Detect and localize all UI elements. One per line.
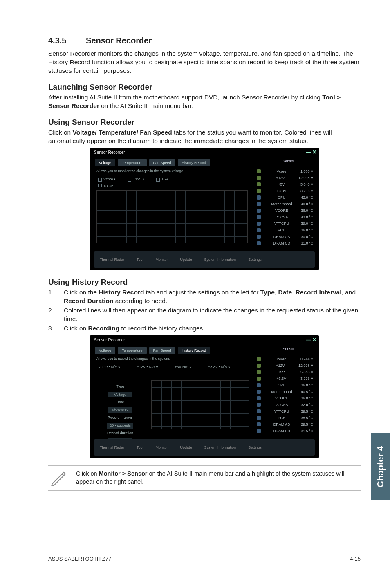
bottom-item[interactable]: Thermal Radar [100, 258, 124, 262]
sensor-icon [257, 370, 261, 374]
type-label: Type [96, 384, 145, 388]
field-3v3: +3.3V • N/A V [208, 365, 231, 369]
sensor-row: VTTCPU39.0 °C [254, 220, 316, 227]
using-text-pre: Click on [48, 129, 72, 136]
using-bold: Voltage/ Temperature/ Fan Speed [72, 129, 172, 136]
sensor-panel-header: Sensor [282, 347, 294, 351]
using-paragraph: Click on Voltage/ Temperature/ Fan Speed… [48, 128, 361, 146]
sensor-icon [257, 422, 261, 426]
app-title: Sensor Recorder [94, 150, 125, 155]
sensor-icon [257, 396, 261, 400]
launch-text-pre: After installing AI Suite II from the mo… [48, 94, 322, 101]
sensor-row: CPU36.0 °C [254, 382, 316, 388]
sensor-row: DRAM AB29.5 °C [254, 421, 316, 428]
tab-bar: Voltage Temperature Fan Speed History Re… [95, 347, 210, 354]
step-2: 2. Colored lines will then appear on the… [48, 306, 361, 323]
checkbox-icon[interactable] [98, 184, 102, 187]
note-box: Click on Monitor > Sensor on the AI Suit… [48, 465, 361, 491]
sensor-icon [257, 403, 261, 407]
footer-page-number: 4-15 [350, 556, 361, 562]
tab-description: Allows you to monitor the changes in the… [96, 169, 184, 173]
checkbox-icon[interactable] [98, 178, 102, 182]
sensor-icon [257, 390, 261, 394]
tab-history-record[interactable]: History Record [178, 159, 211, 166]
tab-history-record[interactable]: History Record [178, 347, 211, 354]
date-input[interactable]: 6/21/2012 [108, 407, 132, 413]
app-title: Sensor Recorder [94, 338, 125, 342]
tab-voltage[interactable]: Voltage [95, 159, 115, 166]
step-1: 1. Click on the History Record tab and a… [48, 288, 361, 305]
close-icon[interactable]: — ✕ [306, 337, 316, 343]
bottom-item[interactable]: System Information [204, 445, 236, 449]
sensor-row: PCH36.0 °C [254, 227, 316, 233]
bottom-item[interactable]: Tool [137, 258, 143, 262]
check-3v3[interactable]: +3.3V [103, 184, 113, 188]
sensor-row: DRAM CD31.5 °C [254, 428, 316, 434]
page-footer: ASUS SABERTOOTH Z77 4-15 [48, 556, 361, 562]
sensor-row: PCH38.5 °C [254, 415, 316, 421]
sensor-row: +12V12.098 V [254, 362, 316, 369]
sensor-row: +3.3V3.296 V [254, 188, 316, 194]
tab-fan-speed[interactable]: Fan Speed [149, 347, 175, 354]
bottom-item[interactable]: Update [180, 258, 192, 262]
sensor-row: VTTCPU39.5 °C [254, 408, 316, 415]
note-pencil-icon [50, 470, 68, 486]
sensor-panel-header: Sensor [282, 159, 294, 163]
sensor-row: VCORE36.0 °C [254, 207, 316, 214]
note-text: Click on Monitor > Sensor on the AI Suit… [76, 470, 359, 486]
bottom-bar: Thermal Radar Tool Monitor Update System… [94, 251, 315, 268]
bottom-item[interactable]: Settings [248, 258, 262, 262]
bottom-item[interactable]: Thermal Radar [100, 445, 124, 449]
tab-bar: Voltage Temperature Fan Speed History Re… [95, 159, 210, 166]
tab-temperature[interactable]: Temperature [118, 347, 147, 354]
sensor-icon [257, 357, 261, 361]
sensor-row: +12V12.098 V [254, 175, 316, 181]
history-heading: Using History Record [48, 278, 361, 287]
voltage-checkboxes: Vcore • +12V • +5V [98, 177, 168, 181]
bottom-item[interactable]: Settings [248, 445, 262, 449]
tab-description: Allows you to record the changes in the … [96, 357, 170, 361]
sensor-row: Motherboard40.5 °C [254, 388, 316, 395]
sensor-row: Vcore0.744 V [254, 356, 316, 362]
sensor-row: VCORE36.0 °C [254, 395, 316, 402]
sensor-icon [257, 169, 261, 173]
checkbox-icon[interactable] [128, 178, 131, 182]
check-12v[interactable]: +12V • [133, 177, 144, 181]
sensor-icon [257, 209, 261, 213]
tab-fan-speed[interactable]: Fan Speed [149, 159, 175, 166]
bottom-item[interactable]: System Information [204, 258, 236, 262]
sensor-icon [257, 429, 261, 433]
interval-label: Record Interval [96, 415, 145, 420]
check-5v[interactable]: +5V [161, 177, 168, 181]
tab-voltage[interactable]: Voltage [95, 347, 115, 354]
footer-product: ASUS SABERTOOTH Z77 [48, 556, 111, 562]
sensor-icon [257, 195, 261, 200]
duration-label: Record duration [96, 431, 145, 435]
bottom-item[interactable]: Tool [137, 445, 143, 449]
tab-temperature[interactable]: Temperature [118, 159, 147, 166]
sensor-icon [257, 416, 261, 420]
screenshot-sensor-recorder-history: Sensor Recorder — ✕ Voltage Temperature … [90, 335, 319, 458]
sensor-row: +5V5.040 V [254, 181, 316, 188]
sensor-icon [257, 189, 261, 193]
sensor-row: Motherboard40.0 °C [254, 201, 316, 207]
bottom-item[interactable]: Monitor [156, 258, 168, 262]
bottom-item[interactable]: Update [180, 445, 192, 449]
history-steps: 1. Click on the History Record tab and a… [48, 288, 361, 333]
close-icon[interactable]: — ✕ [306, 149, 316, 155]
sensor-sidebar: Vcore0.744 V +12V12.098 V +5V5.040 V +3.… [254, 356, 316, 434]
sensor-icon [257, 241, 261, 245]
type-select[interactable]: Voltage [108, 392, 132, 397]
section-number: 4.3.5 [48, 36, 86, 45]
launch-text-post: on the AI Suite II main menu bar. [99, 102, 193, 109]
checkbox-icon[interactable] [156, 178, 160, 182]
sensor-icon [257, 222, 261, 226]
check-vcore[interactable]: Vcore • [103, 177, 115, 181]
sensor-icon [257, 383, 261, 387]
interval-input[interactable]: 20 • seconds [107, 423, 133, 429]
sensor-row: VCCSA43.0 °C [254, 214, 316, 220]
bottom-item[interactable]: Monitor [156, 445, 168, 449]
field-12v: +12V • N/A V [137, 365, 158, 369]
date-label: Date [96, 400, 145, 404]
voltage-readouts: Vcore • N/A V +12V • N/A V +5V N/A V +3.… [98, 365, 245, 369]
